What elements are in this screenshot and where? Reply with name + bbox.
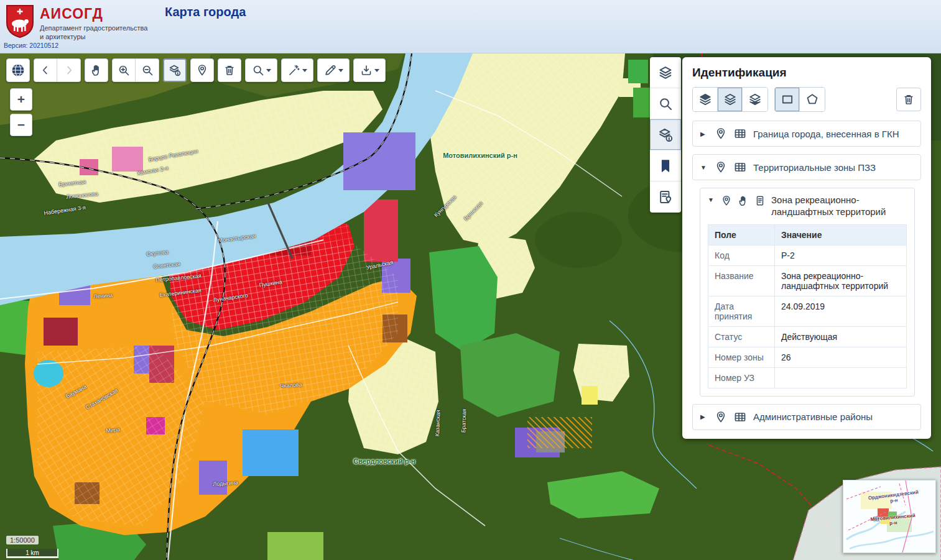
feature-attributes-table: Поле Значение Код Р-2 Название Зона рекр…	[708, 224, 907, 388]
table-row: Номер зоны 26	[708, 347, 907, 367]
table-icon	[734, 161, 746, 173]
table-row: Статус Действующая	[708, 326, 907, 347]
department-subtitle: Департамент градостроительства и архитек…	[40, 24, 147, 42]
section-territorial-zones[interactable]: ▼ Территориальные зоны ПЗЗ	[692, 154, 921, 180]
select-polygon-button[interactable]	[800, 88, 825, 111]
collapse-icon: ▼	[700, 164, 708, 171]
panel-toolbar	[692, 87, 921, 112]
app-header: АИСОГД Департамент градостроительства и …	[0, 0, 941, 53]
identification-panel: Идентификация	[682, 57, 931, 439]
section-label: Граница города, внесенная в ГКН	[753, 129, 913, 139]
add-marker-button[interactable]	[190, 58, 214, 82]
magic-select-button[interactable]	[281, 58, 313, 82]
dropdown-caret-icon	[374, 69, 379, 72]
identify-all-layers-button[interactable]	[743, 88, 767, 111]
polygon-select-icon	[805, 93, 819, 106]
layers-top-filled-icon	[698, 93, 712, 106]
section-label: Административные районы	[753, 411, 913, 422]
map-stage[interactable]: Мотовилихинский р-н Свердловский р-н Оку…	[0, 53, 941, 560]
search-icon	[658, 96, 673, 111]
dropdown-caret-icon	[266, 69, 271, 72]
bookmarks-panel-button[interactable]	[650, 150, 681, 181]
search-tool-button[interactable]	[245, 58, 277, 82]
map-scale-ratio: 1:50000	[6, 536, 39, 544]
draw-tool-button[interactable]	[317, 58, 350, 82]
download-icon	[360, 64, 373, 76]
panel-title: Идентификация	[692, 66, 921, 80]
zoom-out-tool-button[interactable]	[136, 58, 159, 82]
trash-icon	[223, 64, 236, 76]
map-notes-panel-button[interactable]	[650, 181, 681, 213]
clear-map-button[interactable]	[218, 58, 241, 82]
chevron-right-icon	[63, 64, 75, 76]
zoom-in-icon	[118, 64, 130, 76]
identify-top-layer-button[interactable]	[693, 88, 718, 111]
globe-icon	[11, 63, 25, 77]
layers-bottom-filled-icon	[748, 93, 762, 106]
select-rectangle-button[interactable]	[775, 88, 800, 111]
column-header: Поле	[708, 224, 775, 245]
chevron-left-icon	[39, 64, 52, 76]
expand-icon: ▶	[700, 413, 708, 420]
layers-icon	[658, 65, 673, 80]
layers-icon	[723, 93, 737, 106]
zoom-out-icon	[141, 64, 154, 76]
table-icon	[734, 411, 746, 423]
column-header: Значение	[775, 224, 907, 245]
district-label: Свердловский р-н	[353, 457, 415, 466]
dropdown-caret-icon	[302, 69, 307, 72]
section-label: Территориальные зоны ПЗЗ	[753, 162, 913, 173]
feature-header[interactable]: ▼ Зона рекреационно-ландшафтных территор…	[708, 195, 907, 218]
search-icon	[252, 64, 264, 76]
rectangle-select-icon	[781, 93, 794, 106]
app-name: АИСОГД	[40, 6, 103, 22]
feature-title: Зона рекреационно-ландшафтных территорий	[771, 195, 907, 218]
district-label: Мотовилихинский р-н	[443, 152, 517, 160]
expand-icon: ▶	[700, 131, 708, 137]
hand-icon	[738, 195, 749, 206]
zoom-controls: + −	[10, 88, 32, 136]
zoom-in-button[interactable]: +	[10, 88, 32, 111]
identify-layers-icon	[658, 127, 673, 142]
map-pin-icon	[715, 127, 727, 140]
street-label: Казанская	[434, 410, 441, 436]
layers-panel-button[interactable]	[650, 57, 681, 88]
scale-bar: 1 km	[6, 549, 58, 558]
globe-button[interactable]	[6, 58, 30, 82]
search-panel-button[interactable]	[650, 88, 681, 119]
map-notes-icon	[658, 190, 673, 204]
section-city-border-gkn[interactable]: ▶ Граница города, внесенная в ГКН	[692, 121, 921, 147]
table-row: Код Р-2	[708, 245, 907, 265]
page-title: Карта города	[165, 5, 246, 19]
magic-wand-icon	[288, 64, 300, 76]
identify-layers-icon	[169, 64, 181, 76]
identification-panel-button[interactable]	[650, 119, 681, 150]
zoom-in-tool-button[interactable]	[112, 58, 136, 82]
overview-map[interactable]: Орджоникидзевский р-н Мотовилихинский р-…	[843, 480, 936, 553]
table-row: Номер УЗ	[708, 367, 907, 388]
export-tool-button[interactable]	[353, 58, 386, 82]
pan-tool-button[interactable]	[85, 58, 108, 82]
map-pin-icon	[721, 195, 732, 206]
street-label: Ленина	[93, 292, 113, 300]
history-back-button[interactable]	[34, 58, 57, 82]
table-row: Дата принятия 24.09.2019	[708, 296, 907, 326]
pencil-icon	[324, 64, 336, 76]
zoom-out-button[interactable]: −	[10, 114, 32, 136]
clear-results-button[interactable]	[896, 88, 921, 111]
identify-visible-layers-button[interactable]	[718, 88, 743, 111]
feature-result: ▼ Зона рекреационно-ландшафтных территор…	[700, 188, 915, 397]
side-tool-strip	[650, 57, 681, 213]
collapse-icon: ▼	[708, 196, 715, 204]
identify-tool-button[interactable]	[163, 58, 187, 82]
version-label: Версия: 20210512	[4, 42, 58, 49]
trash-icon	[902, 93, 915, 106]
history-forward-button[interactable]	[57, 58, 81, 82]
map-pin-icon	[196, 64, 208, 76]
street-label: Братская	[460, 409, 467, 433]
document-icon	[754, 195, 766, 206]
dropdown-caret-icon	[338, 69, 343, 72]
table-icon	[734, 127, 746, 140]
section-administrative-districts[interactable]: ▶ Административные районы	[692, 404, 921, 430]
perm-coat-of-arms-logo	[6, 4, 34, 39]
